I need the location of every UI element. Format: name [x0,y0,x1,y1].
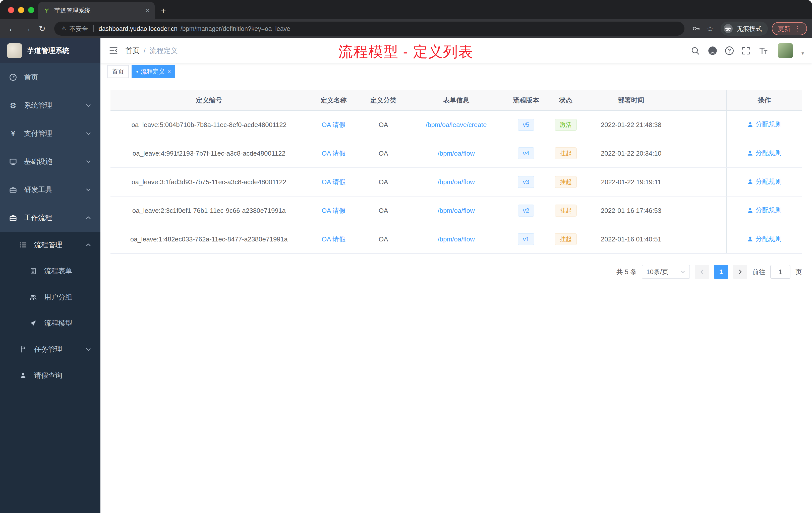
breadcrumb-separator: / [144,47,146,55]
table-row: oa_leave:3:1fad3d93-7b75-11ec-a3c8-acde4… [111,168,802,196]
sidebar-item-system[interactable]: ⚙ 系统管理 [0,91,100,119]
cell-deploy-time: 2022-01-16 01:40:51 [585,225,677,253]
definition-name-link[interactable]: OA 请假 [322,178,346,186]
github-icon[interactable] [707,46,718,56]
fullscreen-icon[interactable] [741,46,751,56]
col-header-status: 状态 [547,90,585,111]
definition-name-link[interactable]: OA 请假 [322,121,346,128]
group-icon [29,293,37,301]
tab-title: 芋道管理系统 [54,6,142,14]
breadcrumb-home[interactable]: 首页 [125,46,140,56]
form-link[interactable]: /bpm/oa/flow [438,235,474,243]
person-icon [747,150,754,156]
sidebar-item-infra[interactable]: 基础设施 [0,148,100,176]
sidebar-item-process-form[interactable]: 流程表单 [0,258,100,284]
list-icon [19,241,27,249]
page-size-select[interactable]: 10条/页 [642,265,690,279]
cell-spacer [677,225,727,253]
monitor-icon [9,158,17,165]
sidebar-item-label: 流程管理 [34,240,62,250]
font-size-icon[interactable] [758,46,768,56]
definition-name-link[interactable]: OA 请假 [322,150,346,157]
address-bar[interactable]: ⚠ 不安全 dashboard.yudao.iocoder.cn/bpm/man… [54,22,685,36]
form-link[interactable]: /bpm/oa/flow [438,178,474,186]
tag-process-definition[interactable]: ● 流程定义 × [132,65,175,78]
definition-name-link[interactable]: OA 请假 [322,235,346,243]
forward-icon[interactable]: → [20,22,34,36]
back-icon[interactable]: ← [5,22,19,36]
sidebar-item-process-mgmt[interactable]: 流程管理 [0,232,100,258]
window-zoom-button[interactable] [28,7,34,13]
prev-page-button[interactable] [695,265,709,279]
table-row: oa_leave:5:004b710b-7b8a-11ec-8ef0-acde4… [111,111,802,139]
app-root: 芋道管理系统 首页 ⚙ 系统管理 ¥ 支付管理 [0,38,812,513]
assign-rule-button[interactable]: 分配规则 [747,177,782,186]
goto-page-input[interactable] [770,265,790,279]
window-close-button[interactable] [8,7,14,13]
update-button[interactable]: 更新 ⋮ [772,22,807,35]
sidebar-item-label: 系统管理 [24,101,52,110]
tab-close-icon[interactable]: × [146,7,150,14]
form-link[interactable]: /bpm/oa/leave/create [426,121,487,128]
assign-rule-button[interactable]: 分配规则 [747,120,782,129]
sidebar-item-user-group[interactable]: 用户分组 [0,284,100,310]
breadcrumb-current: 流程定义 [150,46,178,56]
app-header: 首页 / 流程定义 流程模型 - 定义列表 ? [100,38,812,63]
header-actions: ? ▾ [691,43,804,58]
chevron-up-icon [85,215,91,221]
sidebar-item-payment[interactable]: ¥ 支付管理 [0,119,100,148]
cell-spacer [677,111,727,139]
sidebar-item-leave-query[interactable]: 请假查询 [0,362,100,389]
search-icon[interactable] [691,46,700,56]
form-link[interactable]: /bpm/oa/flow [438,207,474,214]
assign-rule-button[interactable]: 分配规则 [747,206,782,215]
browser-menu-icon[interactable]: ⋮ [794,25,801,33]
cell-definition-id: oa_leave:4:991f2193-7b7f-11ec-a3c8-acde4… [111,139,308,168]
assign-rule-button[interactable]: 分配规则 [747,234,782,243]
update-label: 更新 [778,25,790,33]
reload-icon[interactable]: ↻ [35,22,49,36]
chevron-up-icon [85,242,91,248]
form-link[interactable]: /bpm/oa/flow [438,150,474,157]
next-page-button[interactable] [733,265,747,279]
sidebar-item-home[interactable]: 首页 [0,63,100,91]
new-tab-button[interactable]: + [161,6,166,16]
key-icon[interactable] [690,22,702,35]
sidebar-item-task-mgmt[interactable]: 任务管理 [0,336,100,362]
sidebar-item-devtools[interactable]: 研发工具 [0,176,100,204]
sidebar-toggle-icon[interactable] [109,46,118,56]
breadcrumb: 首页 / 流程定义 [125,46,178,56]
assign-rule-button[interactable]: 分配规则 [747,149,782,157]
security-label: 不安全 [69,25,88,33]
table-row: oa_leave:1:482ec033-762a-11ec-8477-a2380… [111,225,802,253]
pagination-total: 共 5 条 [616,268,637,276]
definition-name-link[interactable]: OA 请假 [322,207,346,214]
sidebar-item-workflow[interactable]: 工作流程 [0,204,100,232]
cell-category: OA [360,111,407,139]
cell-definition-id: oa_leave:3:1fad3d93-7b75-11ec-a3c8-acde4… [111,168,308,196]
browser-tab[interactable]: 芋道管理系统 × [38,2,155,19]
active-dot-icon: ● [136,70,138,73]
bookmark-star-icon[interactable]: ☆ [703,22,717,35]
person-icon [747,236,754,242]
sidebar: 芋道管理系统 首页 ⚙ 系统管理 ¥ 支付管理 [0,38,100,513]
sidebar-item-process-model[interactable]: 流程模型 [0,310,100,336]
chevron-down-icon [85,102,91,109]
cell-category: OA [360,168,407,196]
help-icon[interactable]: ? [725,47,734,55]
page-number-button[interactable]: 1 [714,265,728,279]
user-avatar[interactable] [778,43,793,58]
cell-definition-id: oa_leave:2:3c1f0ef1-76b1-11ec-9c66-a2380… [111,196,308,225]
avatar-caret-icon[interactable]: ▾ [802,50,804,56]
status-badge: 挂起 [555,205,577,216]
tag-home[interactable]: 首页 [108,65,128,78]
status-badge: 激活 [555,119,577,130]
chevron-left-icon [699,269,705,275]
goto-unit-label: 页 [795,268,802,276]
send-icon [29,319,37,327]
tag-close-icon[interactable]: × [167,68,171,74]
logo-title: 芋道管理系统 [27,46,69,56]
gear-icon: ⚙ [9,101,17,110]
person-icon [747,178,754,185]
window-minimize-button[interactable] [18,7,24,13]
